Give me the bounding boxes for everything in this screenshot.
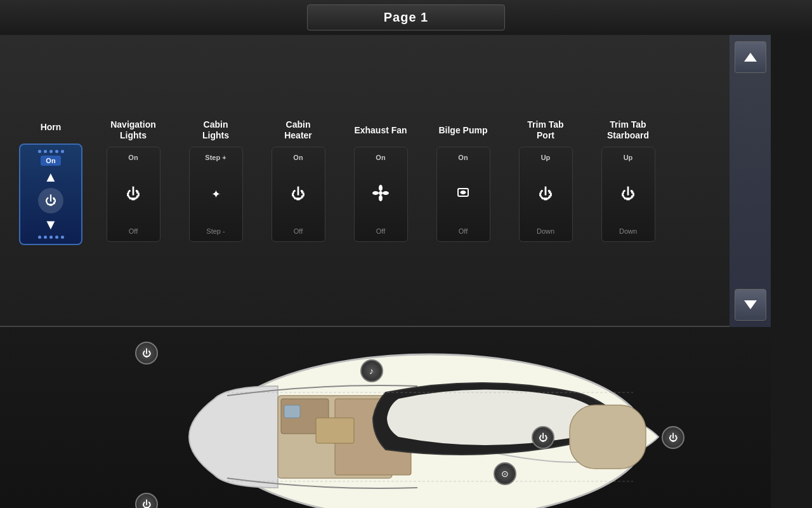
nav-lights-label: NavigationLights <box>110 119 156 142</box>
trim-tab-port-switch[interactable]: Up ⏻ Down <box>519 147 573 242</box>
svg-point-6 <box>462 191 464 194</box>
horn-dots-bottom <box>38 236 64 239</box>
music-button[interactable]: ♪ <box>360 359 383 382</box>
bilge-pump-bottom-label: Off <box>459 227 468 235</box>
svg-point-1 <box>379 185 383 191</box>
nav-lights-icon: ⏻ <box>126 186 140 203</box>
control-trim-tab-starboard: Trim TabStarboard Up ⏻ Down <box>590 119 666 242</box>
svg-rect-14 <box>570 405 646 469</box>
bilge-pump-icon <box>454 184 472 205</box>
power-button-center[interactable]: ⏻ <box>532 426 554 449</box>
boat-diagram: ⏻ ⏻ ♪ ⏻ ⊙ ⏻ <box>100 335 671 509</box>
exhaust-fan-label: Exhaust Fan <box>354 119 407 142</box>
trim-tab-starboard-top-label: Up <box>624 154 633 161</box>
svg-point-0 <box>379 191 383 195</box>
chevron-up-icon <box>743 50 758 65</box>
control-horn: Horn On ▲ ⏻ ▼ <box>13 116 89 245</box>
svg-rect-15 <box>284 405 300 418</box>
top-bar: Page 1 <box>0 0 812 35</box>
control-trim-tab-port: Trim TabPort Up ⏻ Down <box>508 119 584 242</box>
page-title-button[interactable]: Page 1 <box>307 4 505 30</box>
scroll-up-button[interactable] <box>735 41 766 73</box>
chevron-down-icon <box>743 297 758 312</box>
power-button-starboard[interactable]: ⏻ <box>662 426 684 449</box>
trim-tab-starboard-switch[interactable]: Up ⏻ Down <box>601 147 655 242</box>
nav-lights-top-label: On <box>128 154 138 161</box>
boat-section: ⏻ ⏻ ♪ ⏻ ⊙ ⏻ <box>0 327 771 508</box>
control-exhaust-fan: Exhaust Fan On Off <box>343 119 419 242</box>
svg-marker-7 <box>744 53 757 62</box>
svg-point-3 <box>379 195 383 201</box>
control-nav-lights: NavigationLights On ⏻ Off <box>95 119 171 242</box>
bilge-pump-label: Bilge Pump <box>438 119 487 142</box>
wifi-button[interactable]: ⊙ <box>494 462 516 485</box>
cabin-lights-top-label: Step + <box>205 154 226 161</box>
trim-tab-port-icon: ⏻ <box>539 186 553 203</box>
bilge-pump-top-label: On <box>458 154 468 161</box>
bilge-pump-switch[interactable]: On Off <box>436 147 490 242</box>
svg-point-2 <box>383 191 389 195</box>
control-cabin-heater: CabinHeater On ⏻ Off <box>260 119 336 242</box>
control-cabin-lights: CabinLights Step + ✦ Step - <box>178 119 254 242</box>
horn-on-label: On <box>41 156 60 166</box>
trim-tab-port-label: Trim TabPort <box>527 119 563 142</box>
trim-tab-starboard-label: Trim TabStarboard <box>607 119 649 142</box>
cabin-lights-icon: ✦ <box>211 187 221 201</box>
exhaust-fan-bottom-label: Off <box>376 227 385 235</box>
trim-tab-port-top-label: Up <box>541 154 551 161</box>
cabin-lights-switch[interactable]: Step + ✦ Step - <box>189 147 243 242</box>
cabin-heater-bottom-label: Off <box>294 227 303 235</box>
horn-up-arrow: ▲ <box>44 169 58 185</box>
cabin-heater-top-label: On <box>293 154 303 161</box>
control-bilge-pump: Bilge Pump On Off <box>425 119 501 242</box>
svg-rect-13 <box>316 418 354 443</box>
scroll-panel <box>730 35 771 327</box>
controls-panel: Horn On ▲ ⏻ ▼ NavigationLights On ⏻ Off … <box>0 35 771 327</box>
svg-point-4 <box>372 191 379 195</box>
horn-switch[interactable]: On ▲ ⏻ ▼ <box>19 144 82 245</box>
scroll-down-button[interactable] <box>735 289 766 321</box>
trim-tab-starboard-bottom-label: Down <box>619 227 637 235</box>
nav-lights-switch[interactable]: On ⏻ Off <box>107 147 160 242</box>
trim-tab-starboard-icon: ⏻ <box>621 186 635 203</box>
exhaust-fan-top-label: On <box>376 154 385 161</box>
nav-lights-bottom-label: Off <box>129 227 138 235</box>
horn-label: Horn <box>41 116 62 138</box>
horn-power-icon: ⏻ <box>38 188 63 213</box>
cabin-lights-label: CabinLights <box>202 119 229 142</box>
cabin-heater-label: CabinHeater <box>284 119 312 142</box>
trim-tab-port-bottom-label: Down <box>537 227 554 235</box>
cabin-heater-icon: ⏻ <box>291 186 305 203</box>
exhaust-fan-switch[interactable]: On Off <box>354 147 408 242</box>
horn-down-arrow: ▼ <box>44 217 58 233</box>
cabin-heater-switch[interactable]: On ⏻ Off <box>272 147 325 242</box>
svg-marker-8 <box>744 300 757 309</box>
exhaust-fan-icon <box>372 184 390 205</box>
power-button-top-left[interactable]: ⏻ <box>135 342 158 364</box>
horn-dots-top <box>38 150 64 153</box>
cabin-lights-bottom-label: Step - <box>206 227 225 235</box>
boat-svg <box>100 335 671 509</box>
